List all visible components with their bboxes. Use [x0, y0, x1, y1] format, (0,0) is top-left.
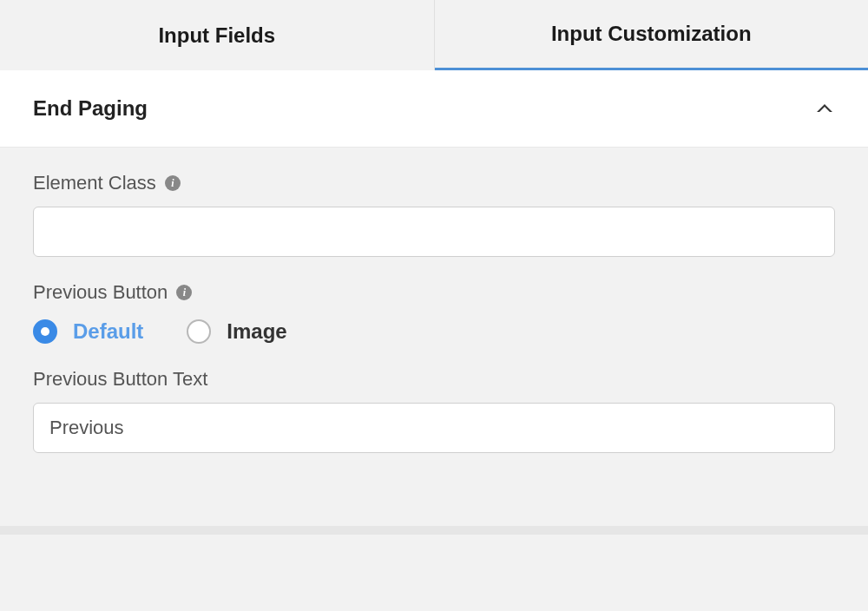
previous-button-text-input[interactable]	[33, 403, 835, 453]
tab-label: Input Fields	[158, 23, 275, 48]
section-title: End Paging	[33, 96, 148, 121]
chevron-up-icon	[814, 98, 835, 119]
field-previous-button: Previous Button i Default Image	[33, 281, 835, 344]
radio-option-default[interactable]: Default	[33, 319, 143, 344]
field-label: Previous Button Text	[33, 368, 835, 391]
radio-label: Image	[227, 319, 286, 344]
radio-label: Default	[73, 319, 143, 344]
info-icon[interactable]: i	[165, 175, 181, 191]
info-icon[interactable]: i	[176, 285, 192, 300]
radio-option-image[interactable]: Image	[187, 319, 286, 344]
field-label: Element Class i	[33, 172, 835, 194]
field-label: Previous Button i	[33, 281, 835, 304]
field-element-class: Element Class i	[33, 172, 835, 257]
settings-panel: Element Class i Previous Button i Defaul…	[0, 148, 868, 488]
tabs-container: Input Fields Input Customization	[0, 0, 868, 70]
label-text: Element Class	[33, 172, 156, 194]
divider	[0, 526, 868, 535]
tab-label: Input Customization	[551, 22, 752, 46]
section-header[interactable]: End Paging	[0, 70, 868, 148]
field-previous-button-text: Previous Button Text	[33, 368, 835, 453]
label-text: Previous Button Text	[33, 368, 207, 391]
tab-input-fields[interactable]: Input Fields	[0, 0, 435, 70]
label-text: Previous Button	[33, 281, 168, 304]
element-class-input[interactable]	[33, 207, 835, 257]
tab-input-customization[interactable]: Input Customization	[435, 0, 869, 70]
radio-icon	[187, 319, 211, 344]
radio-icon	[33, 319, 57, 344]
radio-group: Default Image	[33, 319, 835, 344]
